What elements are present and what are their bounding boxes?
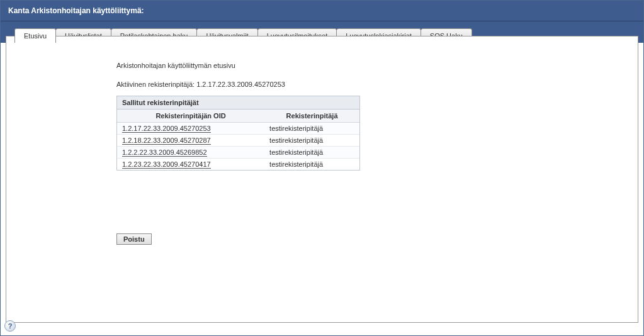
tab-etusivu[interactable]: Etusivu (14, 28, 56, 43)
window-title-bar: Kanta Arkistonhoitajan käyttöliittymä: (1, 1, 643, 21)
table-row: 1.2.2.22.33.2009.45269852 testirekisteri… (117, 147, 359, 159)
active-registrar-line: Aktiivinen rekisterinpitäjä: 1.2.17.22.3… (116, 81, 638, 88)
active-registrar-value: 1.2.17.22.33.2009.45270253 (196, 81, 285, 88)
registrar-name: testirekisteripitäjä (264, 159, 359, 171)
registrar-oid-link[interactable]: 1.2.18.22.33.2009.45270287 (122, 137, 211, 145)
logout-area: Poistu (116, 233, 638, 245)
main-content: Arkistonhoitajan käyttöliittymän etusivu… (6, 36, 638, 245)
logout-button[interactable]: Poistu (116, 233, 152, 245)
table-header-row: Rekisterinpitäjän OID Rekisterinpitäjä (117, 109, 359, 123)
table-row: 1.2.18.22.33.2009.45270287 testirekister… (117, 135, 359, 147)
col-name: Rekisterinpitäjä (264, 109, 359, 123)
registrar-name: testirekisteripitäjä (264, 147, 359, 159)
allowed-registrars-panel: Sallitut rekisterinpitäjät Rekisterinpit… (116, 96, 360, 171)
window-title: Kanta Arkistonhoitajan käyttöliittymä: (8, 6, 144, 15)
content-panel: Arkistonhoitajan käyttöliittymän etusivu… (6, 36, 638, 323)
col-oid: Rekisterinpitäjän OID (117, 109, 264, 123)
allowed-registrars-table: Rekisterinpitäjän OID Rekisterinpitäjä 1… (117, 109, 359, 170)
app-window: Kanta Arkistonhoitajan käyttöliittymä: E… (0, 0, 644, 336)
table-row: 1.2.23.22.33.2009.45270417 testirekister… (117, 159, 359, 171)
help-icon[interactable]: ? (4, 320, 16, 332)
page-heading: Arkistonhoitajan käyttöliittymän etusivu (116, 62, 638, 69)
registrar-oid-link[interactable]: 1.2.17.22.33.2009.45270253 (122, 125, 211, 133)
active-registrar-label: Aktiivinen rekisterinpitäjä: (116, 81, 196, 88)
table-row: 1.2.17.22.33.2009.45270253 testirekister… (117, 123, 359, 135)
registrar-oid-link[interactable]: 1.2.2.22.33.2009.45269852 (122, 148, 207, 157)
registrar-name: testirekisteripitäjä (264, 123, 359, 135)
allowed-registrars-title: Sallitut rekisterinpitäjät (117, 96, 359, 109)
registrar-oid-link[interactable]: 1.2.23.22.33.2009.45270417 (122, 160, 211, 169)
registrar-name: testirekisteripitäjä (264, 135, 359, 147)
